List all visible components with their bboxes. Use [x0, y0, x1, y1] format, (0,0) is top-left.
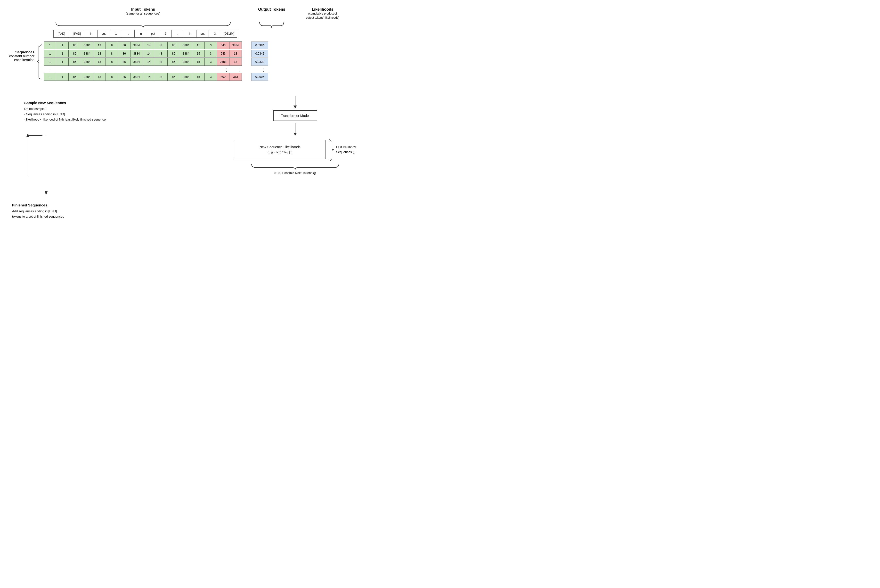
sequences-label: Sequences constant number each iteration — [5, 42, 36, 62]
bottom-section: Sample New Sequences Do not sample: - Se… — [5, 96, 435, 219]
last-iterations-label: Last Iteration'sSequences (i) — [336, 145, 356, 154]
left-column: Sample New Sequences Do not sample: - Se… — [5, 96, 155, 219]
likelihoods-header: Likelihoods (cumulative product ofoutput… — [306, 7, 340, 20]
token-put2: put — [147, 30, 159, 38]
seq-row-2: 1 1 86 3884 13 8 86 3884 14 8 86 3884 15… — [43, 50, 435, 57]
diagram-container: Input Tokens (same for all sequences) Ou… — [5, 7, 435, 219]
output-brace — [257, 21, 286, 28]
output-tokens-header: Output Tokens — [257, 7, 286, 12]
svg-marker-1 — [27, 133, 29, 137]
input-brace — [53, 21, 233, 28]
sample-new-sequences: Sample New Sequences Do not sample: - Se… — [24, 100, 155, 122]
token-in3: in — [184, 30, 196, 38]
top-down-arrow — [294, 96, 297, 108]
seq-row-last: 1 1 86 3884 13 8 86 3884 14 8 86 3884 15… — [43, 73, 435, 81]
sequences-grid: 1 1 86 3884 13 8 86 3884 14 8 86 3884 15… — [43, 42, 435, 81]
input-tokens-title: Input Tokens — [53, 7, 233, 12]
sequences-section: Sequences constant number each iteration… — [5, 42, 435, 81]
top-section: Input Tokens (same for all sequences) Ou… — [5, 7, 435, 81]
seq-row-3: 1 1 86 3884 13 8 86 3884 14 8 86 3884 15… — [43, 58, 435, 66]
bottom-curly-brace — [249, 163, 341, 170]
possible-next-tokens-label: 8192 Possible Next Tokens (j) — [274, 171, 316, 175]
right-brace-svg — [328, 138, 334, 162]
token-comma1: , — [122, 30, 135, 38]
input-tokens-header: Input Tokens (same for all sequences) — [53, 7, 233, 15]
transformer-model-box: Transformer Model — [273, 110, 317, 121]
finished-sequences: Finished Sequences Add sequences ending … — [12, 203, 155, 219]
token-3: 3 — [208, 30, 221, 38]
new-sequence-likelihoods-box: New Sequence Likelihoods (i, j) = P(i) *… — [234, 140, 326, 159]
dots-row: ⋮ ⋮ ⋮ ⋮ — [43, 66, 435, 73]
token-put1: put — [97, 30, 110, 38]
seq-row-1: 1 1 86 3884 13 8 86 3884 14 8 86 3884 15… — [43, 42, 435, 49]
token-in2: in — [134, 30, 147, 38]
input-token-row: [PAD] [PAD] in put 1 , in put 2 , in put… — [5, 30, 435, 38]
token-in1: in — [85, 30, 97, 38]
input-tokens-subtitle: (same for all sequences) — [53, 12, 233, 15]
token-comma2: , — [171, 30, 184, 38]
up-arrow-area — [24, 132, 155, 201]
token-put3: put — [196, 30, 209, 38]
right-down-arrow-svg — [42, 132, 50, 200]
left-arrows-svg — [24, 132, 43, 180]
token-1: 1 — [109, 30, 122, 38]
right-column: Transformer Model New Sequence Likelihoo… — [155, 96, 435, 219]
token-delim: [DELIM] — [221, 30, 237, 38]
bottom-brace-area: 8192 Possible Next Tokens (j) — [249, 163, 341, 175]
middle-down-arrow — [294, 123, 297, 136]
svg-marker-4 — [45, 191, 48, 195]
token-pad2: [PAD] — [69, 30, 85, 38]
sequences-left-brace — [36, 42, 43, 80]
likelihoods-subtitle: (cumulative product ofoutput tokens' lik… — [306, 12, 340, 20]
right-brace-container: Last Iteration'sSequences (i) — [328, 138, 356, 162]
token-pad1: [PAD] — [53, 30, 69, 38]
likelihoods-row: New Sequence Likelihoods (i, j) = P(i) *… — [234, 138, 356, 162]
token-2: 2 — [159, 30, 172, 38]
